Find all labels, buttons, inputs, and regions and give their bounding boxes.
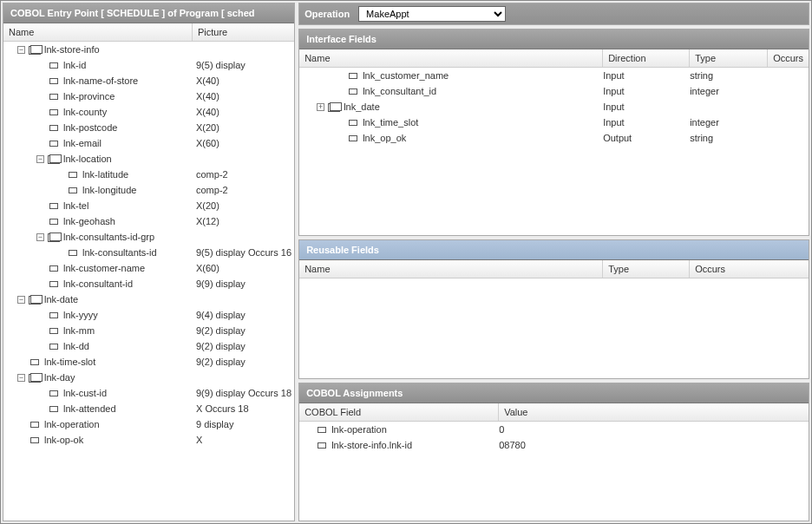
struct-icon	[328, 102, 340, 111]
assign-col-value[interactable]: Value	[499, 403, 809, 421]
assign-field: lnk-store-info.lnk-id	[331, 440, 412, 450]
tree-row[interactable]: −lnk-date	[3, 291, 294, 307]
iface-direction: Input	[603, 102, 690, 112]
tree-row[interactable]: −lnk-consultants-id-grp	[3, 229, 294, 245]
field-icon	[48, 311, 60, 319]
left-column-headers: Name Picture	[3, 23, 294, 42]
tree-row[interactable]: −lnk-day	[3, 370, 294, 385]
tree-row[interactable]: lnk-geohashX(12)	[3, 213, 294, 229]
iface-row[interactable]: lnk_op_okOutputstring	[299, 130, 809, 146]
struct-icon	[29, 45, 41, 54]
cobol-tree[interactable]: −lnk-store-infolnk-id9(5) displaylnk-nam…	[3, 42, 294, 521]
tree-node-name: lnk-consultants-id-grp	[63, 232, 196, 242]
operation-select[interactable]: MakeAppt	[358, 6, 506, 22]
tree-row[interactable]: −lnk-store-info	[3, 42, 294, 57]
expander-icon[interactable]: −	[17, 296, 25, 304]
iface-name: lnk_customer_name	[363, 70, 449, 81]
reusable-fields-body[interactable]	[299, 278, 809, 377]
tree-row[interactable]: lnk-dd9(2) display	[3, 338, 294, 354]
expander-icon[interactable]: −	[17, 46, 25, 54]
iface-type: integer	[690, 117, 768, 128]
iface-col-direction[interactable]: Direction	[603, 49, 690, 67]
assign-field: lnk-operation	[331, 424, 387, 435]
expander-icon[interactable]: +	[317, 103, 324, 111]
field-icon	[48, 404, 60, 413]
expander-icon[interactable]: −	[17, 374, 25, 382]
field-icon	[347, 118, 359, 127]
field-icon	[67, 248, 79, 257]
tree-row[interactable]: lnk-attendedX Occurs 18	[3, 401, 294, 416]
reuse-col-name[interactable]: Name	[299, 260, 603, 278]
tree-node-picture: 9(5) display	[196, 60, 246, 70]
tree-node-name: lnk-location	[63, 154, 196, 164]
iface-col-occurs[interactable]: Occurs	[768, 49, 809, 67]
struct-icon	[29, 373, 41, 382]
field-icon	[48, 201, 60, 210]
assign-col-field[interactable]: COBOL Field	[299, 403, 499, 421]
struct-icon	[48, 154, 60, 163]
tree-node-picture: X(20)	[196, 122, 219, 133]
tree-node-name: lnk-postcode	[63, 122, 196, 133]
field-icon	[48, 139, 60, 147]
tree-node-picture: X(60)	[196, 138, 219, 148]
field-icon	[48, 123, 60, 132]
tree-node-name: lnk-attended	[63, 403, 196, 414]
iface-name: lnk_consultant_id	[363, 86, 436, 96]
tree-node-picture: X	[196, 435, 202, 445]
tree-row[interactable]: lnk-operation9 display	[3, 416, 294, 432]
tree-row[interactable]: lnk-longitudecomp-2	[3, 182, 294, 198]
tree-row[interactable]: lnk-time-slot9(2) display	[3, 354, 294, 370]
tree-node-picture: 9(9) display Occurs 18	[196, 388, 291, 398]
tree-row[interactable]: lnk-latitudecomp-2	[3, 167, 294, 182]
tree-row[interactable]: lnk-op-okX	[3, 432, 294, 448]
tree-node-name: lnk-op-ok	[44, 435, 196, 445]
assign-row[interactable]: lnk-store-info.lnk-id08780	[299, 437, 809, 453]
iface-row[interactable]: lnk_time_slotInputinteger	[299, 115, 809, 130]
cobol-assignments-body[interactable]: lnk-operation0lnk-store-info.lnk-id08780	[299, 422, 809, 521]
tree-row[interactable]: lnk-consultant-id9(9) display	[3, 276, 294, 291]
iface-row[interactable]: +lnk_dateInput	[299, 99, 809, 115]
tree-node-name: lnk-name-of-store	[63, 75, 196, 86]
tree-node-name: lnk-province	[63, 91, 196, 102]
iface-direction: Input	[603, 117, 690, 128]
iface-col-type[interactable]: Type	[690, 49, 768, 67]
tree-node-name: lnk-date	[44, 294, 196, 305]
reuse-col-type[interactable]: Type	[603, 260, 690, 278]
tree-row[interactable]: lnk-id9(5) display	[3, 57, 294, 73]
iface-row[interactable]: lnk_customer_nameInputstring	[299, 68, 809, 83]
reuse-col-occurs[interactable]: Occurs	[690, 260, 809, 278]
tree-row[interactable]: lnk-cust-id9(9) display Occurs 18	[3, 385, 294, 401]
interface-fields-title: Interface Fields	[299, 29, 809, 49]
tree-node-name: lnk-operation	[44, 419, 196, 429]
tree-row[interactable]: lnk-telX(20)	[3, 198, 294, 213]
tree-node-name: lnk-longitude	[82, 185, 196, 195]
expander-icon[interactable]: −	[36, 155, 44, 163]
tree-row[interactable]: lnk-mm9(2) display	[3, 323, 294, 338]
tree-row[interactable]: lnk-customer-nameX(60)	[3, 260, 294, 276]
tree-row[interactable]: lnk-emailX(60)	[3, 135, 294, 151]
reusable-fields-panel: Reusable Fields Name Type Occurs	[298, 239, 809, 378]
tree-row[interactable]: lnk-postcodeX(20)	[3, 120, 294, 135]
iface-col-name[interactable]: Name	[299, 49, 603, 67]
tree-row[interactable]: lnk-countyX(40)	[3, 104, 294, 120]
cobol-assignments-title: COBOL Assignments	[299, 383, 809, 403]
iface-direction: Input	[603, 86, 690, 96]
cobol-assignments-panel: COBOL Assignments COBOL Field Value lnk-…	[298, 383, 809, 521]
tree-node-picture: X(12)	[196, 216, 219, 226]
field-icon	[48, 326, 60, 335]
operation-label: Operation	[304, 9, 350, 19]
tree-row[interactable]: lnk-name-of-storeX(40)	[3, 73, 294, 88]
tree-row[interactable]: lnk-yyyy9(4) display	[3, 307, 294, 323]
tree-row[interactable]: lnk-provinceX(40)	[3, 88, 294, 104]
tree-node-picture: 9 display	[196, 419, 233, 429]
expander-icon[interactable]: −	[36, 233, 44, 241]
col-header-name[interactable]: Name	[3, 23, 193, 41]
interface-fields-body[interactable]: lnk_customer_nameInputstringlnk_consulta…	[299, 68, 809, 235]
tree-row[interactable]: −lnk-location	[3, 151, 294, 167]
tree-row[interactable]: lnk-consultants-id9(5) display Occurs 16	[3, 245, 294, 260]
field-icon	[48, 92, 60, 101]
col-header-picture[interactable]: Picture	[193, 23, 294, 41]
iface-row[interactable]: lnk_consultant_idInputinteger	[299, 83, 809, 99]
assign-row[interactable]: lnk-operation0	[299, 422, 809, 437]
tree-node-picture: X(40)	[196, 75, 219, 86]
